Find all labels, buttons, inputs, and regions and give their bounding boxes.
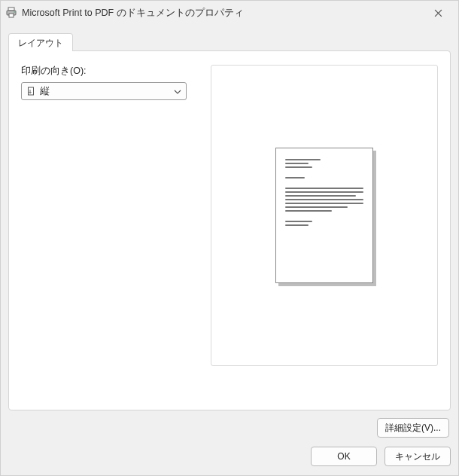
- orientation-combobox[interactable]: 縦: [21, 82, 187, 100]
- dialog-window: Microsoft Print to PDF のドキュメントのプロパティ レイア…: [0, 0, 459, 476]
- svg-rect-2: [9, 14, 14, 17]
- cancel-button[interactable]: キャンセル: [385, 447, 451, 466]
- orientation-label: 印刷の向き(O):: [21, 65, 196, 78]
- portrait-icon: [26, 87, 35, 96]
- printer-icon: [5, 7, 17, 19]
- orientation-value: 縦: [40, 84, 169, 98]
- tab-panel-layout: 印刷の向き(O): 縦: [8, 50, 451, 410]
- svg-rect-4: [29, 87, 34, 95]
- svg-point-3: [14, 11, 15, 13]
- close-button[interactable]: [422, 2, 454, 23]
- window-title: Microsoft Print to PDF のドキュメントのプロパティ: [22, 7, 422, 20]
- advanced-button[interactable]: 詳細設定(V)...: [377, 418, 449, 438]
- preview-page-portrait: [275, 148, 373, 283]
- advanced-row: 詳細設定(V)...: [8, 410, 451, 441]
- page-preview: [211, 65, 438, 366]
- titlebar: Microsoft Print to PDF のドキュメントのプロパティ: [1, 1, 458, 25]
- ok-button[interactable]: OK: [311, 447, 377, 466]
- svg-rect-0: [8, 8, 14, 11]
- tabbar: レイアウト: [8, 32, 451, 50]
- dialog-content: レイアウト 印刷の向き(O): 縦: [1, 25, 458, 441]
- orientation-group: 印刷の向き(O): 縦: [21, 65, 196, 396]
- tab-layout[interactable]: レイアウト: [8, 33, 73, 51]
- chevron-down-icon: [174, 86, 181, 96]
- dialog-footer: OK キャンセル: [1, 441, 458, 475]
